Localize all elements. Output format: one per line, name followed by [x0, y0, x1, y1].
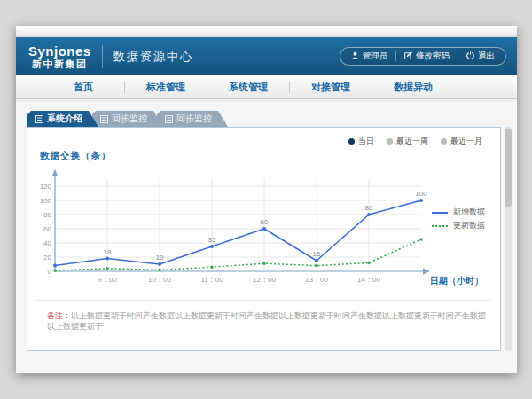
page-title: 数据资源中心 — [113, 49, 193, 65]
form-icon — [165, 115, 173, 123]
svg-text:80: 80 — [43, 211, 51, 219]
scrollbar[interactable] — [505, 127, 512, 351]
footer-note-text: 以上数据更新于时间产生数据以上数据更新于时间产生数据以上数据更新于时间产生数据以… — [47, 311, 486, 331]
brand-logo[interactable]: Synjones 新中新集团 — [28, 43, 91, 70]
footer-note: 备注：以上数据更新于时间产生数据以上数据更新于时间产生数据以上数据更新于时间产生… — [47, 311, 492, 332]
app-header: Synjones 新中新集团 数据资源中心 管理员 修改密码 — [16, 37, 517, 75]
radio-option-1[interactable]: 最近一周 — [387, 136, 428, 147]
radio-label: 当日 — [358, 136, 374, 147]
user-menu: 管理员 修改密码 退出 — [340, 47, 507, 66]
svg-text:40: 40 — [43, 239, 51, 247]
radio-dot-icon — [348, 138, 355, 145]
chart-legend: 新增数据更新数据 — [432, 206, 485, 232]
legend-item-1[interactable]: 更新数据 — [432, 219, 485, 232]
change-password-button[interactable]: 修改密码 — [396, 51, 458, 62]
svg-text:100: 100 — [415, 190, 427, 198]
svg-text:12：00: 12：00 — [253, 276, 276, 284]
legend-item-0[interactable]: 新增数据 — [432, 206, 485, 219]
svg-text:100: 100 — [40, 197, 52, 205]
nav-item-1[interactable]: 标准管理 — [125, 81, 207, 94]
person-icon — [351, 51, 359, 61]
main-nav: 首页标准管理系统管理对接管理数据异动 — [16, 75, 517, 99]
app-window: Synjones 新中新集团 数据资源中心 管理员 修改密码 — [16, 26, 517, 373]
svg-text:11：00: 11：00 — [200, 276, 223, 284]
scrollbar-thumb[interactable] — [505, 129, 512, 207]
svg-text:日期（小时）: 日期（小时） — [430, 276, 483, 286]
tab-bar: 系统介绍同步监控同步监控 — [27, 111, 222, 127]
svg-text:15: 15 — [313, 250, 321, 258]
svg-text:0: 0 — [48, 268, 52, 276]
svg-text:80: 80 — [365, 204, 373, 212]
brand-logo-en: Synjones — [28, 43, 91, 59]
brand-logo-cn: 新中新集团 — [28, 59, 91, 70]
power-icon — [466, 51, 474, 61]
svg-text:60: 60 — [43, 225, 51, 233]
form-icon — [35, 115, 43, 123]
svg-text:10：00: 10：00 — [148, 276, 171, 284]
footer-note-prefix: 备注： — [47, 311, 71, 320]
svg-text:60: 60 — [261, 218, 269, 226]
line-chart: 0204060801001209：0010：0011：0012：0013：001… — [35, 165, 496, 298]
panel-divider — [36, 300, 491, 301]
legend-label: 更新数据 — [453, 220, 485, 231]
radio-label: 最近一月 — [450, 136, 482, 147]
svg-text:35: 35 — [208, 236, 216, 244]
tab-2[interactable]: 同步监控 — [157, 111, 228, 127]
svg-text:9：00: 9：00 — [98, 276, 117, 284]
svg-text:18: 18 — [104, 248, 112, 256]
svg-text:13：00: 13：00 — [305, 276, 328, 284]
content-panel: 当日最近一周最近一月 数据交换（条） 0204060801001209：0010… — [27, 127, 501, 351]
nav-item-2[interactable]: 系统管理 — [207, 81, 289, 94]
legend-swatch-icon — [432, 212, 448, 214]
svg-text:10: 10 — [156, 254, 164, 262]
legend-label: 新增数据 — [453, 207, 485, 218]
logout-button[interactable]: 退出 — [458, 51, 503, 62]
svg-text:20: 20 — [43, 254, 51, 262]
nav-item-4[interactable]: 数据异动 — [372, 81, 454, 94]
form-icon — [100, 115, 108, 123]
radio-dot-icon — [387, 138, 393, 145]
chart-y-axis-label: 数据交换（条） — [40, 150, 112, 162]
header-divider — [102, 45, 103, 68]
svg-text:14：00: 14：00 — [357, 276, 380, 284]
legend-swatch-icon — [432, 225, 448, 227]
content-area: 系统介绍同步监控同步监控 当日最近一周最近一月 数据交换（条） 02040608… — [16, 100, 517, 373]
tab-1[interactable]: 同步监控 — [92, 111, 163, 127]
user-name[interactable]: 管理员 — [343, 51, 396, 62]
browser-top-strip — [16, 26, 517, 37]
nav-item-0[interactable]: 首页 — [43, 81, 124, 94]
edit-icon — [404, 51, 412, 61]
tab-label: 系统介绍 — [47, 113, 82, 125]
svg-text:120: 120 — [40, 183, 52, 191]
time-range-radios: 当日最近一周最近一月 — [348, 136, 482, 147]
radio-option-0[interactable]: 当日 — [348, 136, 374, 147]
radio-option-2[interactable]: 最近一月 — [441, 136, 482, 147]
radio-label: 最近一周 — [396, 136, 428, 147]
tab-label: 同步监控 — [176, 113, 212, 125]
radio-dot-icon — [441, 138, 447, 145]
tab-0[interactable]: 系统介绍 — [27, 111, 98, 127]
nav-item-3[interactable]: 对接管理 — [290, 81, 372, 94]
tab-label: 同步监控 — [112, 113, 147, 125]
